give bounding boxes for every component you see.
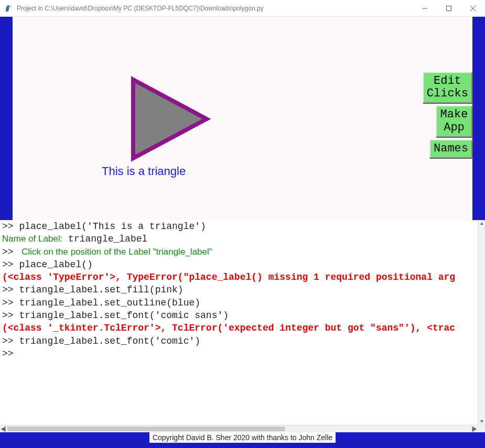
scroll-down-arrow[interactable] bbox=[478, 418, 485, 425]
svg-rect-2 bbox=[447, 6, 451, 10]
console-line: >> triangle_label.set_font('comic sans') bbox=[2, 310, 229, 321]
edit-clicks-button[interactable]: Edit Clicks bbox=[423, 72, 472, 103]
canvas-frame: This is a triangle Edit Clicks Make App … bbox=[0, 17, 485, 220]
make-app-button[interactable]: Make App bbox=[436, 105, 472, 137]
svg-marker-5 bbox=[133, 80, 207, 158]
console-prompt: >> bbox=[2, 247, 19, 257]
console-area: >> place_label('This is a triangle') Nam… bbox=[0, 220, 485, 432]
scroll-right-arrow[interactable] bbox=[470, 425, 478, 432]
svg-marker-8 bbox=[1, 426, 6, 432]
svg-marker-7 bbox=[480, 420, 483, 423]
console-error: (<class '_tkinter.TclError'>, TclError('… bbox=[2, 323, 455, 333]
console-instruction: Click on the position of the Label "tria… bbox=[19, 247, 212, 257]
scroll-thumb[interactable] bbox=[7, 427, 285, 431]
console-error: (<class 'TypeError'>, TypeError("place_l… bbox=[2, 272, 455, 282]
console-prompt: >> bbox=[2, 348, 14, 359]
maximize-button[interactable] bbox=[437, 0, 461, 16]
console-line: >> place_label() bbox=[2, 259, 93, 270]
button-label-line: App bbox=[440, 122, 468, 134]
scroll-corner bbox=[478, 425, 485, 432]
svg-marker-6 bbox=[480, 222, 483, 225]
window-controls bbox=[413, 0, 485, 16]
button-label-line: Make bbox=[440, 108, 468, 121]
window-title: Project in C:\Users\david\Dropbox\My PC … bbox=[17, 5, 413, 12]
minimize-button[interactable] bbox=[413, 0, 437, 16]
drawing-canvas[interactable]: This is a triangle Edit Clicks Make App … bbox=[13, 17, 472, 220]
scroll-track[interactable] bbox=[7, 425, 470, 432]
app-icon bbox=[4, 4, 13, 13]
window-title-bar: Project in C:\Users\david\Dropbox\My PC … bbox=[0, 0, 485, 17]
scroll-up-arrow[interactable] bbox=[478, 220, 485, 227]
footer-bar: Copyright David B. Sher 2020 with thanks… bbox=[0, 432, 485, 448]
copyright-label: Copyright David B. Sher 2020 with thanks… bbox=[149, 432, 336, 443]
console-prompt-label: Name of Label: bbox=[2, 234, 62, 244]
triangle-label[interactable]: This is a triangle bbox=[102, 165, 186, 178]
console-user-input: triangle_label bbox=[62, 234, 147, 244]
console-line: >> triangle_label.set_fill(pink) bbox=[2, 285, 184, 295]
console-line: >> triangle_label.set_font('comic') bbox=[2, 336, 200, 346]
names-button[interactable]: Names bbox=[429, 139, 472, 158]
button-label-line: Edit bbox=[427, 75, 468, 88]
vertical-scrollbar[interactable] bbox=[478, 220, 485, 425]
side-button-panel: Edit Clicks Make App Names bbox=[423, 72, 472, 160]
button-label-line: Names bbox=[434, 143, 468, 155]
svg-point-0 bbox=[10, 7, 12, 8]
horizontal-scrollbar[interactable] bbox=[0, 425, 478, 432]
console-line: >> place_label('This is a triangle') bbox=[2, 221, 206, 232]
console-output[interactable]: >> place_label('This is a triangle') Nam… bbox=[0, 220, 478, 425]
svg-marker-9 bbox=[472, 426, 477, 432]
close-button[interactable] bbox=[461, 0, 485, 16]
console-line: >> triangle_label.set_outline(blue) bbox=[2, 298, 200, 308]
scroll-left-arrow[interactable] bbox=[0, 425, 7, 432]
triangle-shape[interactable] bbox=[128, 74, 212, 163]
button-label-line: Clicks bbox=[427, 88, 468, 100]
